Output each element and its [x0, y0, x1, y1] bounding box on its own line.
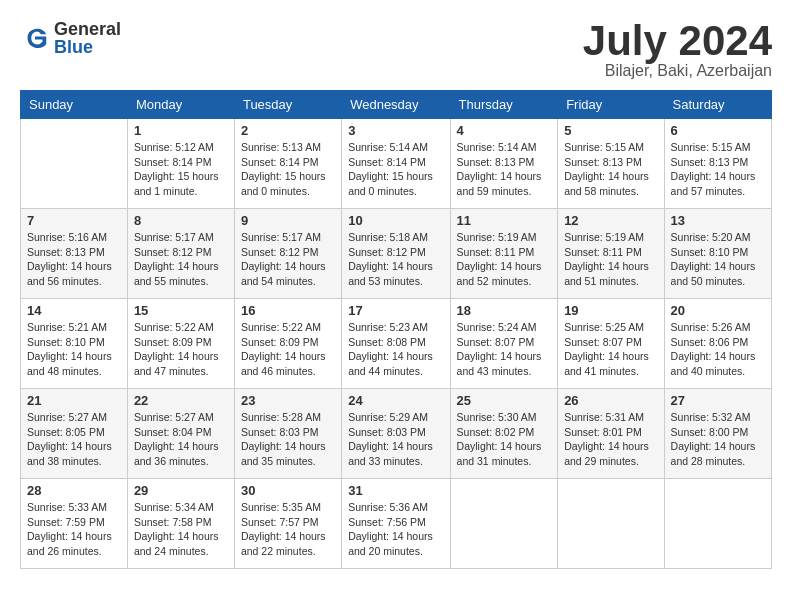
day-number: 28 — [27, 483, 121, 498]
calendar-cell: 28Sunrise: 5:33 AM Sunset: 7:59 PM Dayli… — [21, 479, 128, 569]
day-info: Sunrise: 5:33 AM Sunset: 7:59 PM Dayligh… — [27, 500, 121, 559]
calendar-cell — [21, 119, 128, 209]
calendar-cell: 31Sunrise: 5:36 AM Sunset: 7:56 PM Dayli… — [342, 479, 450, 569]
day-info: Sunrise: 5:15 AM Sunset: 8:13 PM Dayligh… — [564, 140, 657, 199]
day-number: 26 — [564, 393, 657, 408]
calendar-cell: 20Sunrise: 5:26 AM Sunset: 8:06 PM Dayli… — [664, 299, 771, 389]
day-number: 16 — [241, 303, 335, 318]
calendar-cell: 18Sunrise: 5:24 AM Sunset: 8:07 PM Dayli… — [450, 299, 558, 389]
day-info: Sunrise: 5:14 AM Sunset: 8:13 PM Dayligh… — [457, 140, 552, 199]
day-info: Sunrise: 5:24 AM Sunset: 8:07 PM Dayligh… — [457, 320, 552, 379]
day-number: 13 — [671, 213, 765, 228]
logo-general-text: General — [54, 20, 121, 38]
calendar-cell — [664, 479, 771, 569]
day-info: Sunrise: 5:12 AM Sunset: 8:14 PM Dayligh… — [134, 140, 228, 199]
day-number: 3 — [348, 123, 443, 138]
calendar-cell: 23Sunrise: 5:28 AM Sunset: 8:03 PM Dayli… — [234, 389, 341, 479]
day-info: Sunrise: 5:15 AM Sunset: 8:13 PM Dayligh… — [671, 140, 765, 199]
calendar-header-monday: Monday — [127, 91, 234, 119]
calendar-cell: 5Sunrise: 5:15 AM Sunset: 8:13 PM Daylig… — [558, 119, 664, 209]
month-title: July 2024 — [583, 20, 772, 62]
day-number: 15 — [134, 303, 228, 318]
calendar-header-row: SundayMondayTuesdayWednesdayThursdayFrid… — [21, 91, 772, 119]
day-info: Sunrise: 5:23 AM Sunset: 8:08 PM Dayligh… — [348, 320, 443, 379]
calendar-week-row: 21Sunrise: 5:27 AM Sunset: 8:05 PM Dayli… — [21, 389, 772, 479]
day-number: 8 — [134, 213, 228, 228]
calendar-cell: 12Sunrise: 5:19 AM Sunset: 8:11 PM Dayli… — [558, 209, 664, 299]
day-info: Sunrise: 5:17 AM Sunset: 8:12 PM Dayligh… — [241, 230, 335, 289]
calendar-header-thursday: Thursday — [450, 91, 558, 119]
calendar-cell: 4Sunrise: 5:14 AM Sunset: 8:13 PM Daylig… — [450, 119, 558, 209]
calendar-cell — [558, 479, 664, 569]
day-info: Sunrise: 5:16 AM Sunset: 8:13 PM Dayligh… — [27, 230, 121, 289]
day-number: 6 — [671, 123, 765, 138]
calendar-cell: 3Sunrise: 5:14 AM Sunset: 8:14 PM Daylig… — [342, 119, 450, 209]
calendar-cell: 1Sunrise: 5:12 AM Sunset: 8:14 PM Daylig… — [127, 119, 234, 209]
day-number: 24 — [348, 393, 443, 408]
calendar-header-friday: Friday — [558, 91, 664, 119]
day-info: Sunrise: 5:32 AM Sunset: 8:00 PM Dayligh… — [671, 410, 765, 469]
calendar-header-sunday: Sunday — [21, 91, 128, 119]
day-info: Sunrise: 5:19 AM Sunset: 8:11 PM Dayligh… — [564, 230, 657, 289]
calendar-header-wednesday: Wednesday — [342, 91, 450, 119]
day-number: 22 — [134, 393, 228, 408]
day-info: Sunrise: 5:28 AM Sunset: 8:03 PM Dayligh… — [241, 410, 335, 469]
day-number: 1 — [134, 123, 228, 138]
calendar-week-row: 7Sunrise: 5:16 AM Sunset: 8:13 PM Daylig… — [21, 209, 772, 299]
day-number: 20 — [671, 303, 765, 318]
logo-blue-text: Blue — [54, 38, 121, 56]
calendar-week-row: 14Sunrise: 5:21 AM Sunset: 8:10 PM Dayli… — [21, 299, 772, 389]
calendar-cell: 27Sunrise: 5:32 AM Sunset: 8:00 PM Dayli… — [664, 389, 771, 479]
day-info: Sunrise: 5:13 AM Sunset: 8:14 PM Dayligh… — [241, 140, 335, 199]
day-info: Sunrise: 5:29 AM Sunset: 8:03 PM Dayligh… — [348, 410, 443, 469]
calendar-cell: 25Sunrise: 5:30 AM Sunset: 8:02 PM Dayli… — [450, 389, 558, 479]
logo: General Blue — [20, 20, 121, 56]
location: Bilajer, Baki, Azerbaijan — [583, 62, 772, 80]
day-info: Sunrise: 5:35 AM Sunset: 7:57 PM Dayligh… — [241, 500, 335, 559]
day-info: Sunrise: 5:31 AM Sunset: 8:01 PM Dayligh… — [564, 410, 657, 469]
day-number: 25 — [457, 393, 552, 408]
day-number: 9 — [241, 213, 335, 228]
calendar-cell — [450, 479, 558, 569]
calendar-cell: 2Sunrise: 5:13 AM Sunset: 8:14 PM Daylig… — [234, 119, 341, 209]
day-number: 18 — [457, 303, 552, 318]
calendar-week-row: 1Sunrise: 5:12 AM Sunset: 8:14 PM Daylig… — [21, 119, 772, 209]
calendar-cell: 11Sunrise: 5:19 AM Sunset: 8:11 PM Dayli… — [450, 209, 558, 299]
calendar-cell: 13Sunrise: 5:20 AM Sunset: 8:10 PM Dayli… — [664, 209, 771, 299]
day-number: 17 — [348, 303, 443, 318]
calendar-cell: 10Sunrise: 5:18 AM Sunset: 8:12 PM Dayli… — [342, 209, 450, 299]
calendar-header-tuesday: Tuesday — [234, 91, 341, 119]
calendar-cell: 7Sunrise: 5:16 AM Sunset: 8:13 PM Daylig… — [21, 209, 128, 299]
calendar-cell: 15Sunrise: 5:22 AM Sunset: 8:09 PM Dayli… — [127, 299, 234, 389]
page-header: General Blue July 2024 Bilajer, Baki, Az… — [20, 20, 772, 80]
day-info: Sunrise: 5:22 AM Sunset: 8:09 PM Dayligh… — [241, 320, 335, 379]
calendar-cell: 21Sunrise: 5:27 AM Sunset: 8:05 PM Dayli… — [21, 389, 128, 479]
day-number: 12 — [564, 213, 657, 228]
calendar-cell: 19Sunrise: 5:25 AM Sunset: 8:07 PM Dayli… — [558, 299, 664, 389]
day-number: 23 — [241, 393, 335, 408]
logo-icon — [20, 23, 50, 53]
calendar-cell: 24Sunrise: 5:29 AM Sunset: 8:03 PM Dayli… — [342, 389, 450, 479]
day-number: 21 — [27, 393, 121, 408]
calendar-cell: 22Sunrise: 5:27 AM Sunset: 8:04 PM Dayli… — [127, 389, 234, 479]
day-info: Sunrise: 5:20 AM Sunset: 8:10 PM Dayligh… — [671, 230, 765, 289]
calendar-cell: 17Sunrise: 5:23 AM Sunset: 8:08 PM Dayli… — [342, 299, 450, 389]
day-info: Sunrise: 5:25 AM Sunset: 8:07 PM Dayligh… — [564, 320, 657, 379]
day-info: Sunrise: 5:21 AM Sunset: 8:10 PM Dayligh… — [27, 320, 121, 379]
day-number: 10 — [348, 213, 443, 228]
calendar-table: SundayMondayTuesdayWednesdayThursdayFrid… — [20, 90, 772, 569]
day-info: Sunrise: 5:26 AM Sunset: 8:06 PM Dayligh… — [671, 320, 765, 379]
day-number: 19 — [564, 303, 657, 318]
day-number: 2 — [241, 123, 335, 138]
day-number: 14 — [27, 303, 121, 318]
day-info: Sunrise: 5:30 AM Sunset: 8:02 PM Dayligh… — [457, 410, 552, 469]
day-number: 27 — [671, 393, 765, 408]
day-number: 30 — [241, 483, 335, 498]
calendar-week-row: 28Sunrise: 5:33 AM Sunset: 7:59 PM Dayli… — [21, 479, 772, 569]
calendar-cell: 26Sunrise: 5:31 AM Sunset: 8:01 PM Dayli… — [558, 389, 664, 479]
day-info: Sunrise: 5:14 AM Sunset: 8:14 PM Dayligh… — [348, 140, 443, 199]
day-info: Sunrise: 5:18 AM Sunset: 8:12 PM Dayligh… — [348, 230, 443, 289]
day-number: 11 — [457, 213, 552, 228]
calendar-cell: 16Sunrise: 5:22 AM Sunset: 8:09 PM Dayli… — [234, 299, 341, 389]
calendar-cell: 6Sunrise: 5:15 AM Sunset: 8:13 PM Daylig… — [664, 119, 771, 209]
